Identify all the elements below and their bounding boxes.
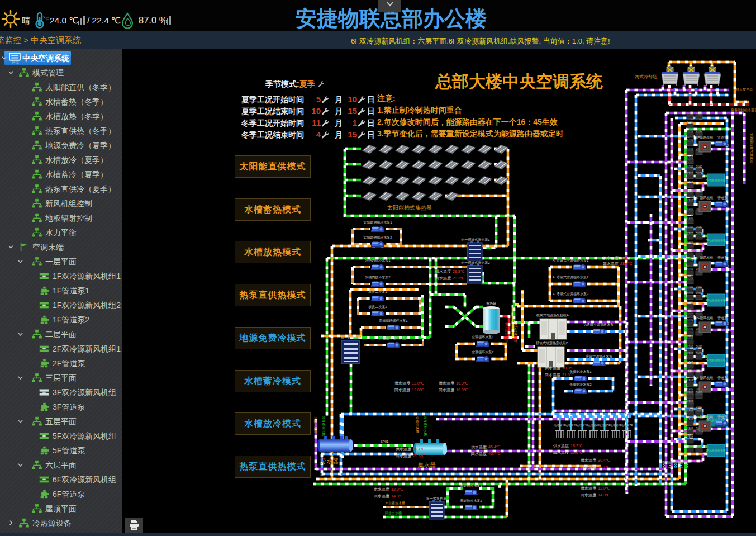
- svg-text:XF03: XF03: [687, 409, 693, 412]
- svg-text:4F地板辐射采暖: 4F地板辐射采暖: [706, 298, 726, 302]
- svg-text:28.4℃: 28.4℃: [620, 262, 633, 265]
- svg-text:天棚循环螺杆水泵2: 天棚循环螺杆水泵2: [379, 336, 408, 340]
- svg-text:回水温度: 回水温度: [396, 454, 411, 458]
- svg-text:XF03: XF03: [687, 445, 693, 448]
- svg-text:回水温度: 回水温度: [435, 276, 451, 281]
- svg-text:XF03: XF03: [687, 208, 693, 211]
- svg-text:6F新风机组: 6F新风机组: [696, 135, 713, 139]
- svg-text:DN50: DN50: [696, 370, 702, 373]
- svg-text:16.0℃: 16.0℃: [456, 381, 468, 385]
- svg-text:来自蓄热水槽: 来自蓄热水槽: [423, 416, 427, 436]
- svg-text:模块式地源热泵机组A: 模块式地源热泵机组A: [536, 313, 569, 317]
- svg-text:2F新风机组: 2F新风机组: [696, 376, 713, 380]
- svg-text:水槽内循环水泵2: 水槽内循环水泵2: [365, 276, 391, 279]
- svg-text:回水温度: 回水温度: [394, 388, 410, 392]
- svg-text:XF03: XF03: [687, 148, 693, 150]
- svg-text:14.3℃: 14.3℃: [391, 494, 403, 498]
- svg-text:模块式地源热泵机组B: 模块式地源热泵机组B: [536, 341, 568, 345]
- svg-text:XF03: XF03: [687, 199, 693, 202]
- svg-text:87.0 %: 87.0 %: [139, 15, 168, 25]
- svg-text:闭式冷却塔: 闭式冷却塔: [635, 74, 657, 79]
- svg-text:回水温度: 回水温度: [553, 450, 569, 455]
- svg-text:DN50: DN50: [696, 165, 702, 168]
- svg-text:12.0℃: 12.0℃: [412, 388, 424, 392]
- svg-text:XF03: XF03: [687, 379, 693, 382]
- svg-text:24.0 ℃: 24.0 ℃: [50, 16, 79, 25]
- svg-text:3F新风机组: 3F新风机组: [696, 316, 713, 320]
- svg-text:天棚循环螺杆水泵1: 天棚循环螺杆水泵1: [379, 319, 408, 323]
- svg-text:DN50: DN50: [696, 112, 702, 115]
- svg-text:29.6℃: 29.6℃: [413, 454, 425, 458]
- svg-text:去蓄冷水槽: 去蓄冷水槽: [313, 416, 317, 433]
- svg-text:29.3℃: 29.3℃: [453, 276, 465, 280]
- svg-text:XF03: XF03: [687, 301, 693, 303]
- svg-text:A呼吸空调循环水泵: A呼吸空调循环水泵: [584, 322, 614, 327]
- svg-text:XF03: XF03: [687, 172, 693, 175]
- svg-text:3F地板辐射采暖: 3F地板辐射采暖: [706, 358, 726, 362]
- svg-text:4F新风机组: 4F新风机组: [696, 255, 713, 259]
- svg-text:供水温度: 供水温度: [374, 487, 389, 492]
- svg-text:XF03: XF03: [687, 112, 693, 115]
- svg-text:晴: 晴: [22, 16, 30, 25]
- svg-text:DN50: DN50: [696, 250, 702, 253]
- svg-text:XF03: XF03: [687, 345, 693, 348]
- svg-text:供水温度: 供水温度: [553, 444, 569, 448]
- svg-text:供水温度: 供水温度: [396, 447, 411, 452]
- svg-text:DN50: DN50: [696, 292, 702, 295]
- svg-text:XF03: XF03: [687, 388, 693, 391]
- svg-text:水槽内循环水泵1: 水槽内循环水泵1: [365, 259, 391, 263]
- svg-text:地埋管2F: 地埋管2F: [565, 424, 577, 428]
- svg-text:XF03: XF03: [687, 217, 693, 220]
- svg-text:DN50: DN50: [696, 345, 702, 348]
- svg-text:6F地板辐射采暖: 6F地板辐射采暖: [706, 178, 726, 182]
- svg-text:XF03: XF03: [687, 259, 693, 262]
- svg-text:泄压排水干管: 泄压排水干管: [513, 322, 518, 343]
- svg-text:回水温度: 回水温度: [545, 373, 560, 377]
- svg-text:XF03: XF03: [687, 310, 693, 312]
- svg-text:1F新风机组: 1F新风机组: [696, 415, 713, 419]
- svg-text:DN40: DN40: [684, 461, 690, 463]
- svg-text:XF03: XF03: [687, 268, 693, 271]
- svg-text:SP01: SP01: [381, 440, 389, 443]
- svg-text:地埋管4F: 地埋管4F: [587, 424, 600, 428]
- svg-text:供水温度: 供水温度: [471, 445, 487, 449]
- svg-text:热一恒板式换热器2: 热一恒板式换热器2: [461, 261, 490, 265]
- svg-text:45.7℃: 45.7℃: [488, 452, 501, 456]
- svg-text:热一恒板式换热器1: 热一恒板式换热器1: [461, 238, 490, 242]
- svg-text:XF03: XF03: [687, 226, 693, 229]
- svg-text:DN50: DN50: [696, 352, 702, 355]
- svg-text:XF03: XF03: [687, 391, 693, 394]
- svg-text:DN50: DN50: [696, 130, 702, 132]
- svg-text:DN50: DN50: [696, 226, 702, 229]
- svg-text:12.0℃: 12.0℃: [391, 487, 403, 491]
- svg-text:1F地板辐射采暖: 1F地板辐射采暖: [706, 449, 726, 453]
- svg-text:回水温度: 回水温度: [439, 388, 454, 392]
- svg-text:地埋管1F: 地埋管1F: [554, 424, 566, 428]
- svg-text:/ 22.4 ℃: / 22.4 ℃: [87, 16, 121, 25]
- svg-text:XF03: XF03: [687, 436, 693, 439]
- svg-text:回水温度: 回水温度: [581, 493, 596, 497]
- svg-text:地埋管5F: 地埋管5F: [598, 424, 611, 428]
- svg-text:XF03: XF03: [687, 139, 693, 141]
- svg-text:来自蓄冷水槽: 来自蓄冷水槽: [321, 416, 325, 436]
- svg-text:回水温度: 回水温度: [581, 465, 596, 469]
- svg-text:30.4℃: 30.4℃: [598, 458, 610, 462]
- svg-text:管道泵: 管道泵: [717, 376, 728, 380]
- svg-text:供水温度: 供水温度: [394, 381, 410, 386]
- svg-text:XF03: XF03: [687, 427, 693, 430]
- svg-text:16.0℃: 16.0℃: [456, 388, 468, 392]
- svg-text:蓄能放冷水泵1: 蓄能放冷水泵1: [460, 483, 482, 488]
- svg-text:XF03: XF03: [687, 400, 693, 403]
- svg-text:管道泵: 管道泵: [717, 255, 728, 260]
- svg-text:XF03: XF03: [687, 286, 693, 288]
- svg-text:XF03: XF03: [687, 241, 693, 244]
- svg-text:A. 呼吸式空调循环水泵3: A. 呼吸式空调循环水泵3: [553, 292, 589, 296]
- svg-text:XF03: XF03: [687, 277, 693, 279]
- svg-text:XF03: XF03: [687, 232, 693, 235]
- svg-text:XF03: XF03: [687, 361, 693, 364]
- svg-text:免费制冷水泵2: 免费制冷水泵2: [569, 382, 592, 387]
- svg-text:XF03: XF03: [687, 292, 693, 295]
- svg-text:XF03: XF03: [687, 130, 693, 132]
- svg-text:XF03: XF03: [687, 418, 693, 421]
- svg-text:XF03: XF03: [687, 336, 693, 339]
